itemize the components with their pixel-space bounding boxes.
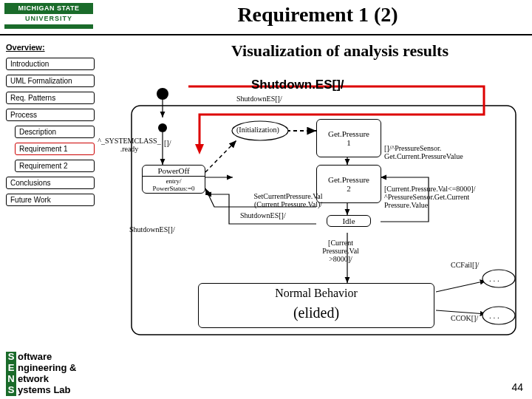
sidebar-item-future-work[interactable]: Future Work xyxy=(6,194,95,206)
state-action: entry/ PowerStatus:=0 xyxy=(143,176,205,193)
sidebar-item-requirement-1[interactable]: Requirement 1 xyxy=(15,143,95,155)
page-number: 44 xyxy=(511,381,523,393)
lab-line: Engineering & xyxy=(6,363,76,374)
ellipsis-2: . . . xyxy=(489,311,499,320)
red-callout-label: Shutdown.ES[]/ xyxy=(251,78,344,92)
ellipsis-1: . . . xyxy=(489,274,499,283)
sidebar-item-conclusions[interactable]: Conclusions xyxy=(6,177,95,189)
logo-text-bottom: UNIVERSITY xyxy=(4,13,93,23)
sidebar-item-uml-formalization[interactable]: UML Formalization xyxy=(6,75,95,87)
state-poweroff: PowerOff entry/ PowerStatus:=0 xyxy=(142,165,205,194)
sidebar-item-label: Conclusions xyxy=(10,179,50,187)
state-elided: (elided) xyxy=(199,303,434,327)
state-name: PowerOff xyxy=(143,166,205,176)
lab-rest: ngineering & xyxy=(18,362,76,373)
state-normal-behavior: Normal Behavior (elided) xyxy=(198,283,434,328)
lab-rest: etwork xyxy=(18,373,49,384)
sidebar-heading: Overview: xyxy=(6,43,45,52)
uml-statechart-diagram: Shutdown.ES[]/ PowerOff entry/ PowerStat… xyxy=(118,70,521,340)
sidebar: Introduction UML Formalization Req. Patt… xyxy=(6,58,95,211)
label-setcurrent: SetCurrentPressure.Val (Current.Pressure… xyxy=(229,192,347,208)
lab-big-letter: E xyxy=(6,363,16,374)
label-initialization: (Initialization) xyxy=(236,126,279,134)
lab-line: Systems Lab xyxy=(6,385,76,396)
state-getpressure-1: Get.Pressure 1 xyxy=(316,119,381,157)
label-systemclass: ^_SYSTEMCLASS_ .ready xyxy=(96,137,163,153)
sidebar-item-label: Introduction xyxy=(10,60,49,68)
sidebar-item-label: UML Formalization xyxy=(10,77,72,85)
state-name: Normal Behavior xyxy=(199,284,434,303)
sidebar-item-introduction[interactable]: Introduction xyxy=(6,58,95,70)
sidebar-item-label: Requirement 2 xyxy=(19,162,68,170)
msu-logo: MICHIGAN STATE UNIVERSITY xyxy=(4,3,93,29)
label-after-gp1: []/^PressureSensor. Get.Current.Pressure… xyxy=(384,144,502,160)
label-ccok: CCOK[]/ xyxy=(451,314,478,322)
label-shutdown-left: ShutdownES[]/ xyxy=(129,225,175,233)
lab-line: Software xyxy=(6,352,76,363)
label-guard-down: [Current Pressure.Val >8000]/ xyxy=(307,239,374,263)
state-name: Get.Pressure 1 xyxy=(317,129,381,148)
sidebar-item-label: Req. Patterns xyxy=(10,94,55,102)
svg-point-3 xyxy=(158,123,167,132)
lab-big-letter: N xyxy=(6,374,16,385)
header-bar: MICHIGAN STATE UNIVERSITY Requirement 1 … xyxy=(0,0,532,35)
sidebar-item-label: Requirement 1 xyxy=(19,145,68,153)
state-name: Get.Pressure 2 xyxy=(317,174,381,194)
sidebar-item-label: Description xyxy=(19,128,56,136)
lab-rest: ystems Lab xyxy=(18,384,71,395)
sidebar-item-req-patterns[interactable]: Req. Patterns xyxy=(6,92,95,104)
lab-big-letter: S xyxy=(6,385,16,396)
svg-point-1 xyxy=(157,88,168,100)
sidebar-item-label: Future Work xyxy=(10,196,51,204)
sidebar-item-process[interactable]: Process xyxy=(6,109,95,121)
lab-line: Network xyxy=(6,374,76,385)
sidebar-item-requirement-2[interactable]: Requirement 2 xyxy=(15,160,95,172)
state-name: Idle xyxy=(327,216,370,226)
sidebar-item-description[interactable]: Description xyxy=(15,126,95,138)
label-shutdown-top: ShutdownES[]/ xyxy=(236,95,282,103)
logo-underline xyxy=(4,24,93,29)
lab-rest: oftware xyxy=(18,351,52,362)
sidebar-item-label: Process xyxy=(10,111,37,119)
label-after-idle: [Current.Pressure.Val<=8000]/ ^PressureS… xyxy=(384,185,514,209)
footer-lab-name: Software Engineering & Network Systems L… xyxy=(6,352,76,396)
page-title: Requirement 1 (2) xyxy=(118,3,517,27)
state-idle: Idle xyxy=(327,215,371,227)
slide-subtitle: Visualization of analysis results xyxy=(155,41,525,61)
label-shutdown-mid: ShutdownES[]/ xyxy=(240,211,286,219)
label-ccfail: CCFail[]/ xyxy=(451,261,479,269)
svg-line-10 xyxy=(436,281,486,292)
label-empty-guard: []/ xyxy=(164,139,171,147)
lab-big-letter: S xyxy=(6,352,16,363)
logo-text-top: MICHIGAN STATE xyxy=(4,3,93,13)
